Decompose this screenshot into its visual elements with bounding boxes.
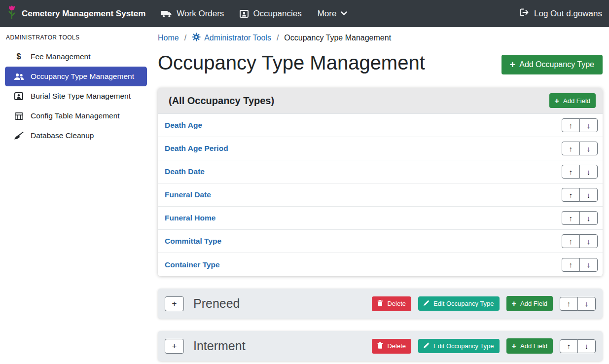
truck-icon [161,10,172,18]
field-row: Container Type ↑ ↓ [158,253,603,276]
card-title: (All Occupancy Types) [169,95,274,107]
reorder-controls: ↑ ↓ [562,118,598,132]
add-occupancy-type-button[interactable]: + Add Occupancy Type [502,55,603,74]
app-brand[interactable]: Cemetery Management System [7,5,145,22]
logout-button[interactable]: Log Out d.gowans [520,8,602,19]
portrait-icon [240,10,249,18]
field-link[interactable]: Container Type [165,260,220,269]
occupancy-type-section-preneed: + Preneed Delete [158,289,603,319]
section-title: Preneed [193,296,372,311]
field-link[interactable]: Committal Type [165,237,221,246]
reorder-controls: ↑ ↓ [562,234,598,248]
move-up-button[interactable]: ↑ [560,297,578,311]
field-row: Funeral Date ↑ ↓ [158,183,603,207]
breadcrumb-admin-tools[interactable]: Administrator Tools [192,33,271,43]
field-row: Death Age ↑ ↓ [158,114,603,137]
breadcrumb-current: Occupancy Type Management [284,34,391,42]
edit-occupancy-type-button[interactable]: Edit Occupancy Type [418,296,500,311]
field-row: Funeral Home ↑ ↓ [158,207,603,230]
nav-more[interactable]: More [318,9,348,19]
sidebar-item-occupancy-type-management[interactable]: Occupancy Type Management [5,67,147,86]
top-navbar: Cemetery Management System Work Orders O… [0,0,609,27]
move-down-button[interactable]: ↓ [579,234,598,248]
move-down-button[interactable]: ↓ [579,118,598,132]
move-up-button[interactable]: ↑ [560,339,578,353]
reorder-controls: ↑ ↓ [560,297,596,311]
reorder-controls: ↑ ↓ [562,258,598,272]
field-link[interactable]: Funeral Date [165,190,211,199]
sidebar-heading: ADMINISTRATOR TOOLS [0,30,152,47]
plus-icon: + [512,342,517,350]
pencil-icon [424,342,430,350]
section-title: Interment [193,339,372,353]
field-row: Death Date ↑ ↓ [158,160,603,183]
sidebar-item-database-cleanup[interactable]: Database Cleanup [5,126,147,146]
field-row: Committal Type ↑ ↓ [158,230,603,253]
occupancy-type-section-interment: + Interment Delete [158,331,603,361]
field-link[interactable]: Death Age Period [165,144,228,153]
expand-button[interactable]: + [165,339,184,354]
move-up-button[interactable]: ↑ [562,258,580,272]
sidebar: ADMINISTRATOR TOOLS $ Fee Management Occ… [0,27,152,364]
add-field-button[interactable]: + Add Field [549,93,596,108]
reorder-controls: ↑ ↓ [562,211,598,225]
reorder-controls: ↑ ↓ [560,339,596,353]
table-icon [13,112,24,120]
move-down-button[interactable]: ↓ [579,165,598,179]
reorder-controls: ↑ ↓ [562,165,598,179]
sidebar-item-config-table-management[interactable]: Config Table Management [5,106,147,126]
expand-button[interactable]: + [165,296,184,311]
field-link[interactable]: Funeral Home [165,214,215,222]
broom-icon [13,132,24,140]
move-down-button[interactable]: ↓ [579,142,598,155]
sidebar-item-burial-site-type-management[interactable]: Burial Site Type Management [5,86,147,106]
card-header: (All Occupancy Types) + Add Field [158,88,603,114]
sidebar-item-fee-management[interactable]: $ Fee Management [5,47,147,67]
move-up-button[interactable]: ↑ [562,118,580,132]
add-field-button[interactable]: + Add Field [506,296,553,311]
app-title: Cemetery Management System [22,9,145,19]
page-title: Occupancy Type Management [158,51,425,74]
delete-button[interactable]: Delete [372,296,411,311]
field-link[interactable]: Death Date [165,167,205,176]
section-actions: Delete Edit Occupancy Type + Add Field ↑… [372,296,596,311]
main-content: Home / [158,27,603,361]
move-down-button[interactable]: ↓ [579,211,598,225]
gear-icon [192,33,201,43]
move-down-button[interactable]: ↓ [577,339,596,353]
move-down-button[interactable]: ↓ [577,297,596,311]
nav-work-orders[interactable]: Work Orders [161,9,224,19]
trash-icon [377,300,383,308]
portrait-icon [13,92,24,100]
reorder-controls: ↑ ↓ [562,188,598,202]
edit-occupancy-type-button[interactable]: Edit Occupancy Type [418,339,500,353]
users-icon [13,73,24,80]
plus-icon: + [555,97,560,105]
field-row: Death Age Period ↑ ↓ [158,137,603,160]
plus-icon: + [512,299,517,307]
trash-icon [377,342,383,350]
move-up-button[interactable]: ↑ [562,234,580,248]
logout-icon [520,8,530,19]
nav-occupancies[interactable]: Occupancies [240,9,301,19]
pencil-icon [424,300,430,307]
section-actions: Delete Edit Occupancy Type + Add Field ↑… [372,338,596,353]
move-up-button[interactable]: ↑ [562,188,580,202]
move-down-button[interactable]: ↓ [579,188,598,202]
dollar-icon: $ [13,52,24,61]
add-field-button[interactable]: + Add Field [506,338,553,353]
breadcrumb-home[interactable]: Home [158,34,179,42]
field-link[interactable]: Death Age [165,121,202,130]
move-down-button[interactable]: ↓ [579,258,598,272]
breadcrumb: Home / [158,27,603,43]
delete-button[interactable]: Delete [372,339,411,354]
plus-icon: + [510,60,516,70]
tulip-logo-icon [7,5,17,22]
reorder-controls: ↑ ↓ [562,142,598,155]
move-up-button[interactable]: ↑ [562,142,580,155]
all-occupancy-types-card: (All Occupancy Types) + Add Field Death … [158,88,603,276]
chevron-down-icon [341,11,347,16]
move-up-button[interactable]: ↑ [562,165,580,179]
move-up-button[interactable]: ↑ [562,211,580,225]
